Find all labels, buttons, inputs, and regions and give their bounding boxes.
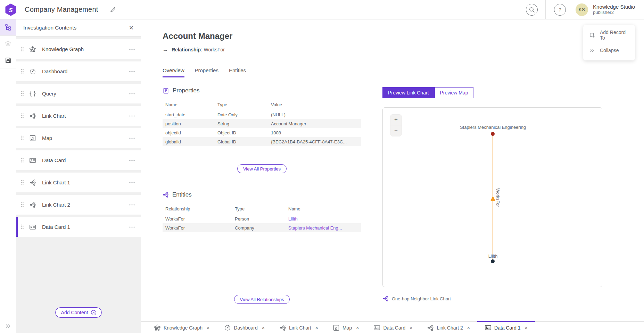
svg-text:S: S xyxy=(9,7,13,13)
bottom-tab-knowledge-graph[interactable]: Knowledge Graph× xyxy=(147,321,217,333)
menu-item-label: Add Record To xyxy=(600,30,629,41)
sidebar-title: Investigation Contents xyxy=(23,25,76,31)
record-subtitle: → Relationship: WorksFor xyxy=(163,47,644,53)
bottom-tab-data-card[interactable]: Data Card× xyxy=(366,321,420,333)
close-tab-icon[interactable]: × xyxy=(315,325,318,331)
link-chart-icon xyxy=(279,324,286,331)
close-tab-icon[interactable]: × xyxy=(262,325,265,331)
close-tab-icon[interactable]: × xyxy=(207,325,209,331)
close-sidebar-icon[interactable]: ✕ xyxy=(129,25,134,31)
property-row[interactable]: objectidObject ID1008 xyxy=(163,128,361,137)
drag-handle-icon[interactable] xyxy=(20,113,24,118)
dashboard-icon xyxy=(29,68,36,75)
sidebar-item-data-card[interactable]: Data Card xyxy=(16,150,141,170)
bottom-tab-link-chart[interactable]: Link Chart× xyxy=(272,321,325,333)
link-chart-icon xyxy=(29,179,36,186)
chevron-up-circle-icon xyxy=(91,310,97,316)
drag-handle-icon[interactable] xyxy=(20,47,24,52)
drag-handle-icon[interactable] xyxy=(20,202,24,207)
entity-row[interactable]: WorksForCompanyStaplers Mechanical Eng..… xyxy=(163,223,361,232)
view-all-properties-button[interactable]: View All Properties xyxy=(237,164,287,173)
toggle-preview-link-chart[interactable]: Preview Link Chart xyxy=(382,87,435,98)
expand-rail-button[interactable] xyxy=(0,323,16,330)
rail-layers[interactable] xyxy=(0,36,16,52)
rail-investigation-contents[interactable] xyxy=(0,19,16,36)
sidebar-item-dashboard[interactable]: Dashboard xyxy=(16,61,141,81)
sidebar-item-label: Knowledge Graph xyxy=(42,46,84,52)
toggle-preview-map[interactable]: Preview Map xyxy=(435,87,474,98)
sidebar-item-label: Dashboard xyxy=(42,68,67,74)
item-menu-icon[interactable] xyxy=(128,114,136,118)
drag-handle-icon[interactable] xyxy=(20,69,24,74)
bottom-tab-data-card-1[interactable]: Data Card 1× xyxy=(477,321,535,333)
properties-section-header: Properties xyxy=(163,87,364,94)
bottom-node[interactable] xyxy=(491,259,495,263)
bottom-tab-dashboard[interactable]: Dashboard× xyxy=(217,321,272,333)
close-tab-icon[interactable]: × xyxy=(356,325,359,331)
add-content-label: Add Content xyxy=(61,310,88,315)
drag-handle-icon[interactable] xyxy=(20,135,24,141)
property-row[interactable]: start_dateDate Only(NULL) xyxy=(163,110,361,119)
sidebar-item-data-card-1[interactable]: Data Card 1 xyxy=(16,217,141,237)
entities-table-header: RelationshipTypeName xyxy=(163,204,361,214)
add-content-button[interactable]: Add Content xyxy=(55,307,102,318)
item-menu-icon[interactable] xyxy=(128,136,136,141)
entities-icon xyxy=(163,192,169,198)
item-menu-icon[interactable] xyxy=(128,180,136,185)
close-tab-icon[interactable]: × xyxy=(467,325,470,331)
property-row[interactable]: globalidGlobal ID{BEC2A1B4-BA25-4CFF-8A4… xyxy=(163,137,361,146)
item-menu-icon[interactable] xyxy=(128,69,136,74)
knowledge-graph-icon xyxy=(29,46,36,53)
item-menu-icon[interactable] xyxy=(128,91,136,96)
sidebar-item-link-chart-1[interactable]: Link Chart 1 xyxy=(16,173,141,192)
sidebar-item-link-chart-2[interactable]: Link Chart 2 xyxy=(16,195,141,215)
tab-properties[interactable]: Properties xyxy=(195,67,218,77)
bottom-tab-map[interactable]: Map× xyxy=(325,321,366,333)
sidebar-item-label: Link Chart 1 xyxy=(42,180,70,185)
help-button[interactable]: ? xyxy=(554,4,566,16)
drag-handle-icon[interactable] xyxy=(20,224,24,230)
link-chart-preview[interactable]: + − WorksFor Staplers Mechanical Enginee… xyxy=(382,107,602,287)
entity-name-link[interactable]: Lilith xyxy=(288,216,358,222)
investigation-sidebar: Investigation Contents ✕ Knowledge Graph… xyxy=(16,19,141,333)
sidebar-item-query[interactable]: Query xyxy=(16,84,141,103)
item-menu-icon[interactable] xyxy=(128,202,136,207)
sidebar-item-map[interactable]: Map xyxy=(16,128,141,148)
close-tab-icon[interactable]: × xyxy=(410,325,412,331)
item-menu-icon[interactable] xyxy=(128,158,136,163)
property-row[interactable]: positionStringAccount Manager xyxy=(163,119,361,128)
preview-toggle-group: Preview Link ChartPreview Map xyxy=(382,87,602,98)
arrow-right-icon: → xyxy=(163,47,168,53)
top-node[interactable] xyxy=(491,132,495,136)
zoom-in-button[interactable]: + xyxy=(390,115,402,125)
column-header: Name xyxy=(288,206,358,211)
menu-item-collapse[interactable]: Collapse xyxy=(583,43,635,58)
rail-save[interactable] xyxy=(0,52,16,68)
tab-overview[interactable]: Overview xyxy=(163,67,184,77)
bottom-tab-link-chart-2[interactable]: Link Chart 2× xyxy=(420,321,477,333)
bottom-tab-label: Link Chart 2 xyxy=(437,325,463,331)
preview-panel: Preview Link ChartPreview Map + − WorksF… xyxy=(382,87,602,304)
sidebar-item-knowledge-graph[interactable]: Knowledge Graph xyxy=(16,39,141,59)
bottom-tab-label: Knowledge Graph xyxy=(164,325,203,331)
zoom-out-button[interactable]: − xyxy=(390,125,402,136)
dashboard-icon xyxy=(224,324,231,331)
cell: 1008 xyxy=(271,130,358,135)
sidebar-item-link-chart[interactable]: Link Chart xyxy=(16,106,141,126)
tab-entities[interactable]: Entities xyxy=(229,67,246,77)
view-all-relationships-button[interactable]: View All Relationships xyxy=(234,295,290,304)
avatar[interactable]: KS xyxy=(576,3,588,16)
item-menu-icon[interactable] xyxy=(128,225,136,230)
drag-handle-icon[interactable] xyxy=(20,180,24,185)
properties-table-header: NameTypeValue xyxy=(163,100,361,110)
item-menu-icon[interactable] xyxy=(128,47,136,52)
entity-row[interactable]: WorksForPersonLilith xyxy=(163,214,361,223)
data-card-icon xyxy=(485,324,492,331)
search-button[interactable] xyxy=(526,4,538,16)
menu-item-add-record-to[interactable]: Add Record To xyxy=(583,27,635,43)
close-tab-icon[interactable]: × xyxy=(525,325,528,331)
entity-name-link[interactable]: Staplers Mechanical Eng... xyxy=(288,225,358,231)
drag-handle-icon[interactable] xyxy=(20,91,24,96)
edit-title-icon[interactable] xyxy=(109,6,116,13)
drag-handle-icon[interactable] xyxy=(20,158,24,163)
